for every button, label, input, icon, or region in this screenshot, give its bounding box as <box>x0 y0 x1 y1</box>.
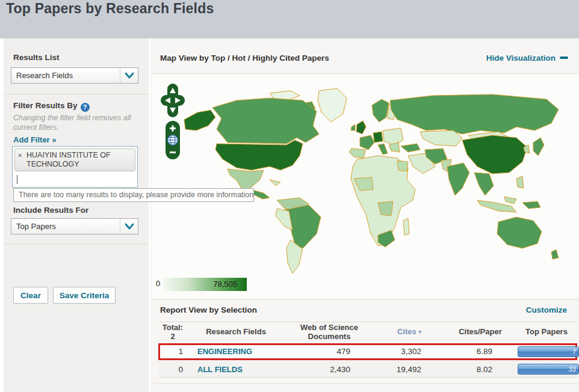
customize-link[interactable]: Customize <box>526 305 567 314</box>
col-cites-per-paper: Cites/Paper <box>445 328 516 337</box>
country-japan <box>533 138 544 156</box>
table-row-engineering[interactable]: 1 ENGINEERING 479 3,302 6.89 7 <box>158 343 577 360</box>
country-uk <box>356 121 366 134</box>
filter-note: Changing the filter field removes all cu… <box>13 113 137 133</box>
legend-gradient-bar: 78,505 <box>163 278 247 291</box>
clear-button[interactable]: Clear <box>13 287 48 304</box>
divider <box>150 299 579 299</box>
filter-input-box[interactable]: × HUAIYIN INSTITUTE OF TECHNOLOGY <box>12 146 138 188</box>
report-table: Total: 2 Research Fields Web of Science … <box>158 322 577 378</box>
filter-tag: × HUAIYIN INSTITUTE OF TECHNOLOGY <box>14 149 135 171</box>
sort-descending-icon: ▾ <box>418 329 421 335</box>
col-cites-sort[interactable]: Cites ▾ <box>374 328 445 337</box>
col-top-papers: Top Papers <box>516 328 577 337</box>
filters-sidebar: Results List Research Fields Filter Resu… <box>4 38 149 392</box>
table-row-all-fields[interactable]: 0 ALL FIELDS 2,430 19,492 8.02 33 <box>158 360 577 378</box>
country-china <box>462 135 527 174</box>
divider <box>4 243 149 244</box>
top-papers-cell: 7 <box>518 346 579 357</box>
filter-results-by-label: Filter Results By? <box>13 101 90 112</box>
text-cursor <box>17 175 17 184</box>
zoom-pill <box>166 121 180 159</box>
report-view-title: Report View by Selection <box>160 305 257 314</box>
chevron-down-icon <box>120 68 138 83</box>
include-results-select[interactable]: Top Papers <box>11 218 138 234</box>
col-total: Total: 2 <box>158 323 187 341</box>
divider <box>150 383 579 384</box>
map-area: 0 78,505 <box>152 74 579 299</box>
cites-per-paper-value: 6.89 <box>447 347 518 356</box>
top-papers-bar: 33 <box>518 364 579 375</box>
map-view-title: Map View by Top / Hot / Highly Cited Pap… <box>160 54 329 63</box>
country-canada <box>212 98 319 144</box>
country-russia <box>390 94 559 134</box>
divider <box>4 94 149 94</box>
minus-icon <box>560 57 568 59</box>
country-germany <box>373 132 383 142</box>
row-rank: 0 <box>160 365 189 374</box>
wos-documents-value: 479 <box>286 347 376 356</box>
country-greenland <box>318 88 347 122</box>
include-results-label: Include Results For <box>13 206 88 215</box>
visualization-panel: Map View by Top / Hot / Highly Cited Pap… <box>150 38 579 392</box>
results-list-select-value: Research Fields <box>11 71 120 80</box>
filter-text-input[interactable] <box>13 173 137 186</box>
country-alaska <box>184 110 215 130</box>
row-rank: 1 <box>160 347 189 356</box>
world-map[interactable] <box>179 82 567 278</box>
top-papers-cell: 33 <box>518 364 579 375</box>
cites-per-paper-value: 8.02 <box>447 365 518 374</box>
all-fields-link[interactable]: ALL FIELDS <box>197 365 243 374</box>
top-papers-page: Top Papers by Research Fields Results Li… <box>0 0 579 392</box>
country-india <box>447 163 469 195</box>
results-list-label: Results List <box>13 53 60 62</box>
too-many-results-tooltip: There are too many results to display, p… <box>13 188 254 202</box>
help-icon[interactable]: ? <box>81 103 90 112</box>
table-header-row: Total: 2 Research Fields Web of Science … <box>158 322 577 343</box>
results-list-select[interactable]: Research Fields <box>11 67 138 84</box>
col-wos-documents: Web of Science Documents <box>285 323 374 341</box>
page-header: Top Papers by Research Fields <box>0 0 579 38</box>
country-australia <box>497 217 542 248</box>
save-criteria-button[interactable]: Save Criteria <box>53 287 116 304</box>
top-papers-bar: 7 <box>518 346 579 357</box>
legend-max-value: 78,505 <box>213 280 237 289</box>
hide-visualization-link[interactable]: Hide Visualization <box>486 54 556 63</box>
wos-documents-value: 2,430 <box>286 365 376 374</box>
include-results-select-value: Top Papers <box>11 222 120 231</box>
add-filter-link[interactable]: Add Filter » <box>13 135 57 144</box>
zoom-out-icon <box>170 152 176 153</box>
country-usa <box>215 140 303 170</box>
legend-min-value: 0 <box>156 279 160 288</box>
engineering-link[interactable]: ENGINEERING <box>197 347 252 356</box>
col-research-fields: Research Fields <box>187 328 285 337</box>
cites-value: 19,492 <box>376 365 447 374</box>
cites-value: 3,302 <box>376 347 447 356</box>
chevron-down-icon <box>120 219 138 234</box>
filter-tag-label: HUAIYIN INSTITUTE OF TECHNOLOGY <box>26 151 111 168</box>
remove-tag-icon[interactable]: × <box>18 152 22 159</box>
globe-icon <box>168 135 178 145</box>
page-title: Top Papers by Research Fields <box>6 1 214 17</box>
